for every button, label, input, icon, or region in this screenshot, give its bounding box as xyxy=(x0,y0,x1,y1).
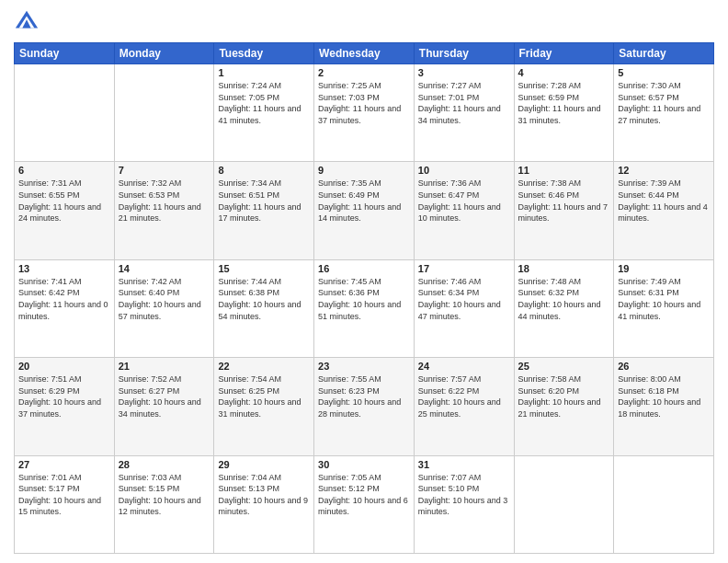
day-info: Sunrise: 7:58 AM Sunset: 6:20 PM Dayligh… xyxy=(518,373,610,419)
day-number: 28 xyxy=(119,459,210,470)
day-info: Sunrise: 7:32 AM Sunset: 6:53 PM Dayligh… xyxy=(119,178,210,224)
calendar-cell: 23Sunrise: 7:55 AM Sunset: 6:23 PM Dayli… xyxy=(314,358,415,455)
calendar-cell: 31Sunrise: 7:07 AM Sunset: 5:10 PM Dayli… xyxy=(414,455,514,553)
week-row-0: 1Sunrise: 7:24 AM Sunset: 7:05 PM Daylig… xyxy=(15,64,714,162)
day-info: Sunrise: 7:36 AM Sunset: 6:47 PM Dayligh… xyxy=(418,178,510,224)
week-row-4: 27Sunrise: 7:01 AM Sunset: 5:17 PM Dayli… xyxy=(15,455,714,553)
weekday-header-friday: Friday xyxy=(514,43,614,64)
calendar-cell: 27Sunrise: 7:01 AM Sunset: 5:17 PM Dayli… xyxy=(15,455,115,553)
calendar-cell: 26Sunrise: 8:00 AM Sunset: 6:18 PM Dayli… xyxy=(614,358,714,455)
day-info: Sunrise: 7:55 AM Sunset: 6:23 PM Dayligh… xyxy=(318,373,410,419)
day-info: Sunrise: 7:35 AM Sunset: 6:49 PM Dayligh… xyxy=(318,178,410,224)
calendar-cell xyxy=(15,64,115,162)
day-info: Sunrise: 7:31 AM Sunset: 6:55 PM Dayligh… xyxy=(18,178,110,224)
day-info: Sunrise: 7:04 AM Sunset: 5:13 PM Dayligh… xyxy=(218,472,310,518)
day-info: Sunrise: 7:57 AM Sunset: 6:22 PM Dayligh… xyxy=(418,373,510,419)
calendar-cell: 5Sunrise: 7:30 AM Sunset: 6:57 PM Daylig… xyxy=(614,64,714,162)
day-number: 20 xyxy=(18,361,110,372)
calendar-cell: 22Sunrise: 7:54 AM Sunset: 6:25 PM Dayli… xyxy=(214,358,314,455)
day-number: 13 xyxy=(18,263,110,274)
day-info: Sunrise: 7:45 AM Sunset: 6:36 PM Dayligh… xyxy=(318,276,410,322)
calendar-cell: 9Sunrise: 7:35 AM Sunset: 6:49 PM Daylig… xyxy=(314,162,415,259)
day-number: 12 xyxy=(618,165,710,176)
day-info: Sunrise: 7:41 AM Sunset: 6:42 PM Dayligh… xyxy=(18,276,110,322)
page: SundayMondayTuesdayWednesdayThursdayFrid… xyxy=(0,0,728,563)
day-info: Sunrise: 7:34 AM Sunset: 6:51 PM Dayligh… xyxy=(218,178,310,224)
day-info: Sunrise: 7:27 AM Sunset: 7:01 PM Dayligh… xyxy=(418,80,510,126)
day-number: 25 xyxy=(518,361,610,372)
weekday-header-tuesday: Tuesday xyxy=(214,43,314,64)
day-info: Sunrise: 7:05 AM Sunset: 5:12 PM Dayligh… xyxy=(318,472,410,518)
calendar-cell xyxy=(614,455,714,553)
header xyxy=(14,9,714,35)
day-number: 8 xyxy=(218,165,310,176)
calendar-cell: 8Sunrise: 7:34 AM Sunset: 6:51 PM Daylig… xyxy=(214,162,314,259)
day-number: 17 xyxy=(418,263,510,274)
weekday-header-thursday: Thursday xyxy=(414,43,514,64)
day-number: 30 xyxy=(318,459,410,470)
day-number: 6 xyxy=(18,165,110,176)
logo-icon xyxy=(14,9,40,35)
day-number: 18 xyxy=(518,263,610,274)
day-info: Sunrise: 8:00 AM Sunset: 6:18 PM Dayligh… xyxy=(618,373,710,419)
day-number: 31 xyxy=(418,459,510,470)
calendar-cell: 16Sunrise: 7:45 AM Sunset: 6:36 PM Dayli… xyxy=(314,259,415,357)
calendar-cell: 14Sunrise: 7:42 AM Sunset: 6:40 PM Dayli… xyxy=(114,259,214,357)
calendar-cell xyxy=(114,64,214,162)
day-info: Sunrise: 7:28 AM Sunset: 6:59 PM Dayligh… xyxy=(518,80,610,126)
weekday-header-sunday: Sunday xyxy=(15,43,115,64)
weekday-header-row: SundayMondayTuesdayWednesdayThursdayFrid… xyxy=(15,43,714,64)
calendar-cell: 1Sunrise: 7:24 AM Sunset: 7:05 PM Daylig… xyxy=(214,64,314,162)
calendar-cell: 11Sunrise: 7:38 AM Sunset: 6:46 PM Dayli… xyxy=(514,162,614,259)
day-number: 11 xyxy=(518,165,610,176)
day-number: 27 xyxy=(18,459,110,470)
calendar-cell: 13Sunrise: 7:41 AM Sunset: 6:42 PM Dayli… xyxy=(15,259,115,357)
week-row-2: 13Sunrise: 7:41 AM Sunset: 6:42 PM Dayli… xyxy=(15,259,714,357)
calendar-cell: 10Sunrise: 7:36 AM Sunset: 6:47 PM Dayli… xyxy=(414,162,514,259)
calendar-cell xyxy=(514,455,614,553)
calendar-cell: 20Sunrise: 7:51 AM Sunset: 6:29 PM Dayli… xyxy=(15,358,115,455)
day-number: 22 xyxy=(218,361,310,372)
day-info: Sunrise: 7:25 AM Sunset: 7:03 PM Dayligh… xyxy=(318,80,410,126)
calendar-cell: 19Sunrise: 7:49 AM Sunset: 6:31 PM Dayli… xyxy=(614,259,714,357)
calendar-cell: 6Sunrise: 7:31 AM Sunset: 6:55 PM Daylig… xyxy=(15,162,115,259)
day-number: 26 xyxy=(618,361,710,372)
day-info: Sunrise: 7:51 AM Sunset: 6:29 PM Dayligh… xyxy=(18,373,110,419)
calendar-cell: 18Sunrise: 7:48 AM Sunset: 6:32 PM Dayli… xyxy=(514,259,614,357)
day-info: Sunrise: 7:01 AM Sunset: 5:17 PM Dayligh… xyxy=(18,472,110,518)
day-info: Sunrise: 7:48 AM Sunset: 6:32 PM Dayligh… xyxy=(518,276,610,322)
calendar-cell: 25Sunrise: 7:58 AM Sunset: 6:20 PM Dayli… xyxy=(514,358,614,455)
day-number: 23 xyxy=(318,361,410,372)
calendar-cell: 17Sunrise: 7:46 AM Sunset: 6:34 PM Dayli… xyxy=(414,259,514,357)
day-info: Sunrise: 7:30 AM Sunset: 6:57 PM Dayligh… xyxy=(618,80,710,126)
calendar-cell: 2Sunrise: 7:25 AM Sunset: 7:03 PM Daylig… xyxy=(314,64,415,162)
calendar-cell: 30Sunrise: 7:05 AM Sunset: 5:12 PM Dayli… xyxy=(314,455,415,553)
day-number: 3 xyxy=(418,67,510,78)
weekday-header-wednesday: Wednesday xyxy=(314,43,415,64)
day-number: 19 xyxy=(618,263,710,274)
day-number: 4 xyxy=(518,67,610,78)
day-info: Sunrise: 7:52 AM Sunset: 6:27 PM Dayligh… xyxy=(119,373,210,419)
day-info: Sunrise: 7:03 AM Sunset: 5:15 PM Dayligh… xyxy=(119,472,210,518)
week-row-1: 6Sunrise: 7:31 AM Sunset: 6:55 PM Daylig… xyxy=(15,162,714,259)
day-number: 14 xyxy=(119,263,210,274)
day-number: 15 xyxy=(218,263,310,274)
day-number: 5 xyxy=(618,67,710,78)
logo xyxy=(14,9,43,35)
day-info: Sunrise: 7:24 AM Sunset: 7:05 PM Dayligh… xyxy=(218,80,310,126)
day-info: Sunrise: 7:07 AM Sunset: 5:10 PM Dayligh… xyxy=(418,472,510,518)
day-info: Sunrise: 7:39 AM Sunset: 6:44 PM Dayligh… xyxy=(618,178,710,224)
day-info: Sunrise: 7:42 AM Sunset: 6:40 PM Dayligh… xyxy=(119,276,210,322)
calendar-cell: 15Sunrise: 7:44 AM Sunset: 6:38 PM Dayli… xyxy=(214,259,314,357)
day-info: Sunrise: 7:46 AM Sunset: 6:34 PM Dayligh… xyxy=(418,276,510,322)
day-number: 7 xyxy=(119,165,210,176)
week-row-3: 20Sunrise: 7:51 AM Sunset: 6:29 PM Dayli… xyxy=(15,358,714,455)
calendar-cell: 21Sunrise: 7:52 AM Sunset: 6:27 PM Dayli… xyxy=(114,358,214,455)
calendar-cell: 24Sunrise: 7:57 AM Sunset: 6:22 PM Dayli… xyxy=(414,358,514,455)
day-number: 9 xyxy=(318,165,410,176)
calendar-cell: 7Sunrise: 7:32 AM Sunset: 6:53 PM Daylig… xyxy=(114,162,214,259)
day-number: 21 xyxy=(119,361,210,372)
day-info: Sunrise: 7:38 AM Sunset: 6:46 PM Dayligh… xyxy=(518,178,610,224)
day-number: 16 xyxy=(318,263,410,274)
day-number: 24 xyxy=(418,361,510,372)
